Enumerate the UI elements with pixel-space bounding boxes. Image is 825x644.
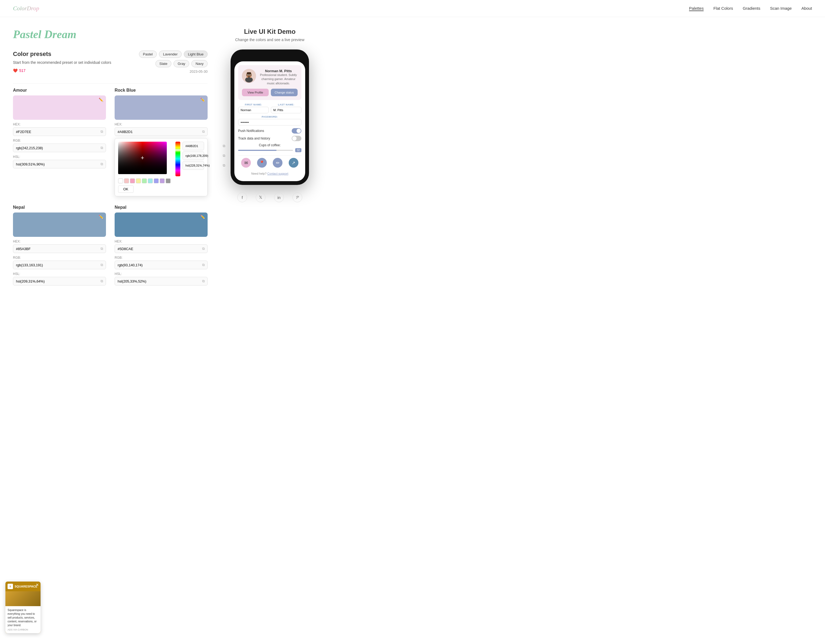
copy-icon-hex-amour[interactable]: ⧉ [100, 130, 103, 134]
copy-icon-hsl-nepal2[interactable]: ⧉ [202, 279, 205, 283]
phone-icon-mail[interactable]: ✉ [241, 158, 251, 168]
hex-input-rock-blue[interactable] [117, 130, 202, 134]
swatch-pink2[interactable] [130, 178, 135, 183]
swatch-green[interactable] [142, 178, 147, 183]
copy-icon-hsl-amour[interactable]: ⧉ [100, 162, 103, 166]
edit-icon-rock-blue[interactable]: ✏️ [200, 97, 205, 102]
edit-icon-amour[interactable]: ✏️ [99, 97, 103, 102]
preset-tag-pastel[interactable]: Pastel [139, 51, 157, 58]
nav-link-palettes[interactable]: Palettes [689, 6, 704, 11]
swatch-purple[interactable] [160, 178, 165, 183]
help-label: Need help? [252, 172, 267, 175]
color-card-amour: Amour ✏️ HEX: ⧉ RGB: ⧉ [13, 88, 106, 196]
edit-icon-phone: ✏ [276, 160, 280, 165]
rgb-input-nepal2[interactable] [117, 263, 202, 267]
preset-tag-gray[interactable]: Gray [173, 60, 189, 67]
picker-gradient[interactable]: + [118, 142, 167, 174]
copy-icon-hsl-nepal[interactable]: ⧉ [100, 279, 103, 283]
hex-input-nepal2[interactable] [117, 247, 202, 251]
heart-icon: ❤️ [13, 68, 18, 73]
nav-link-about[interactable]: About [802, 6, 812, 11]
track-data-row: Track data and history [238, 136, 301, 141]
date-label: 2023-05-30 [139, 69, 208, 74]
preset-tag-navy[interactable]: Navy [192, 60, 208, 67]
copy-icon-rgb-amour[interactable]: ⧉ [100, 146, 103, 150]
phone-icon-location[interactable]: 📍 [257, 158, 267, 168]
page-title: Pastel Dream [13, 28, 208, 41]
color-swatch-amour[interactable]: ✏️ [13, 96, 106, 120]
preset-tag-light-blue[interactable]: Light Blue [184, 51, 208, 58]
phone-inner: Norman M. Pitts Professional student. Su… [234, 61, 305, 181]
first-name-input[interactable] [238, 107, 269, 113]
swatch-pink1[interactable] [124, 178, 129, 183]
likes-row: ❤️ 517 [13, 68, 139, 73]
copy-icon-hex-rock-blue[interactable]: ⧉ [202, 130, 205, 134]
color-swatch-nepal2[interactable]: ✏️ [114, 213, 208, 237]
change-status-button[interactable]: Change status [271, 89, 298, 96]
logo: ColorDrop [13, 5, 39, 12]
phone-icon-share[interactable]: ↗ [289, 158, 298, 168]
slider-value: 32 [295, 148, 301, 152]
picker-hex-input[interactable] [185, 144, 223, 148]
section-desc: Start from the recommended preset or set… [13, 60, 139, 65]
preset-tags-area: Pastel Lavender Light Blue Slate Gray Na… [139, 51, 208, 79]
social-facebook[interactable]: f [237, 193, 247, 202]
contact-support-link[interactable]: Contact support [267, 172, 289, 175]
swatch-blue[interactable] [154, 178, 159, 183]
picker-hue-handle[interactable] [175, 149, 180, 151]
password-label: PASSWORD: [238, 116, 301, 118]
navbar: ColorDrop Palettes Flat Colors Gradients… [0, 0, 825, 17]
hsl-input-nepal[interactable] [16, 279, 100, 283]
copy-icon-rgb-nepal2[interactable]: ⧉ [202, 263, 205, 267]
track-data-toggle[interactable] [292, 136, 301, 141]
social-pinterest[interactable]: 𝓟 [292, 193, 302, 202]
slider-track[interactable] [238, 150, 293, 151]
social-linkedin[interactable]: in [274, 193, 284, 202]
swatch-yellow[interactable] [136, 178, 141, 183]
phone-icon-edit[interactable]: ✏ [273, 158, 283, 168]
live-kit-desc: Change the colors and see a live preview [224, 37, 316, 42]
nav-link-gradients[interactable]: Gradients [743, 6, 760, 11]
hex-input-nepal[interactable] [16, 247, 100, 251]
profile-buttons: View Profile Change status [242, 89, 298, 96]
phone-notch [256, 53, 283, 59]
copy-icon-hex-nepal[interactable]: ⧉ [100, 247, 103, 251]
hex-field-nepal2: HEX: ⧉ [114, 239, 208, 253]
password-input[interactable] [238, 119, 301, 125]
swatch-cyan[interactable] [148, 178, 153, 183]
main-content: Pastel Dream Color presets Start from th… [0, 17, 825, 297]
picker-rgb-input[interactable] [185, 154, 223, 158]
push-notifications-toggle[interactable] [292, 128, 301, 134]
preset-tag-lavender[interactable]: Lavender [159, 51, 182, 58]
svg-point-2 [245, 77, 253, 82]
view-profile-button[interactable]: View Profile [242, 89, 269, 96]
picker-hue-strip[interactable] [175, 142, 180, 176]
color-swatch-nepal[interactable]: ✏️ [13, 213, 106, 237]
social-twitter[interactable]: 𝕏 [256, 193, 266, 202]
phone-screen: Norman M. Pitts Professional student. Su… [234, 61, 305, 181]
hsl-input-nepal2[interactable] [117, 279, 202, 283]
social-row: f 𝕏 in 𝓟 [224, 193, 316, 202]
nav-links: Palettes Flat Colors Gradients Scan Imag… [689, 6, 812, 11]
hex-field-nepal: HEX: ⧉ [13, 239, 106, 253]
preset-tag-slate[interactable]: Slate [155, 60, 171, 67]
hsl-input-amour[interactable] [16, 162, 100, 166]
last-name-input[interactable] [271, 107, 301, 113]
edit-icon-nepal2[interactable]: ✏️ [200, 215, 205, 219]
swatch-gray[interactable] [166, 178, 171, 183]
color-swatch-rock-blue[interactable]: ✏️ [114, 96, 208, 120]
picker-hsl-input[interactable] [185, 164, 223, 167]
rgb-input-nepal[interactable] [16, 263, 100, 267]
rgb-input-amour[interactable] [16, 146, 100, 150]
copy-icon-hex-nepal2[interactable]: ⧉ [202, 247, 205, 251]
swatch-white[interactable] [118, 178, 123, 183]
edit-icon-nepal[interactable]: ✏️ [99, 215, 103, 219]
picker-ok-button[interactable]: OK [118, 185, 134, 193]
first-name-label: FIRST NAME: [238, 103, 269, 106]
svg-point-6 [250, 74, 250, 75]
hex-input-amour[interactable] [16, 130, 100, 134]
copy-icon-rgb-nepal[interactable]: ⧉ [100, 263, 103, 267]
picker-crosshair: + [141, 154, 144, 161]
nav-link-scan-image[interactable]: Scan Image [770, 6, 792, 11]
nav-link-flat-colors[interactable]: Flat Colors [713, 6, 733, 11]
